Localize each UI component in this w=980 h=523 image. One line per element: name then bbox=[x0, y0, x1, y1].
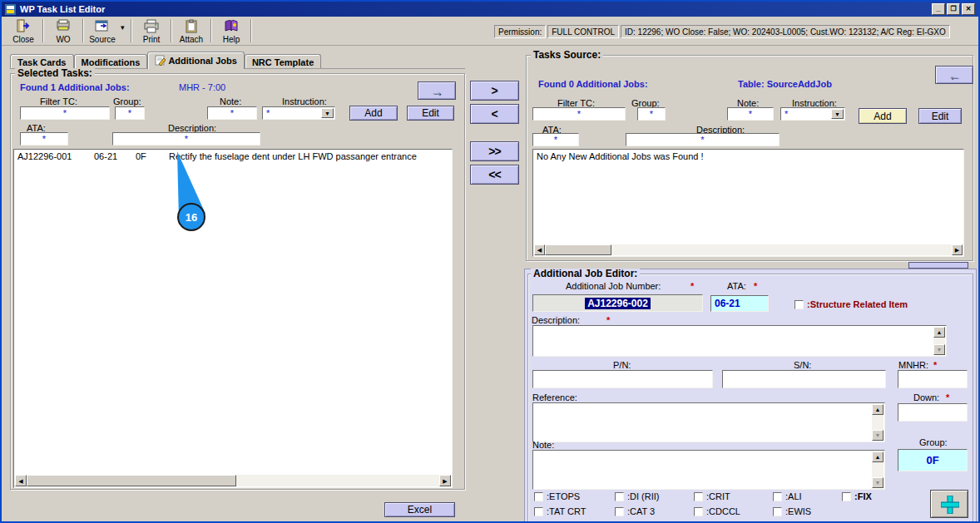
instruction-select[interactable]: * ▼ bbox=[262, 106, 335, 120]
editor-description-textarea[interactable]: ▲ ▼ bbox=[532, 325, 947, 357]
mnhr-input[interactable] bbox=[898, 370, 968, 388]
checkbox-icon[interactable] bbox=[842, 492, 851, 501]
checkbox-icon[interactable] bbox=[534, 492, 543, 501]
scroll-down-icon[interactable]: ▼ bbox=[872, 477, 883, 488]
scrollbar-track[interactable] bbox=[611, 244, 952, 255]
checkbox-icon[interactable] bbox=[615, 507, 624, 516]
tab-nrc-template[interactable]: NRC Template bbox=[245, 54, 321, 69]
structure-related-label: :Structure Related Item bbox=[807, 299, 908, 309]
scroll-right-icon[interactable]: ▶ bbox=[439, 475, 451, 486]
pn-input[interactable] bbox=[532, 370, 713, 388]
ewis-checkbox[interactable]: :EWIS bbox=[773, 506, 811, 516]
scrollbar-thumb[interactable] bbox=[27, 475, 236, 486]
editor-group-value[interactable]: 0F bbox=[898, 449, 968, 471]
collapse-left-button[interactable]: ← bbox=[935, 66, 973, 84]
checkbox-icon[interactable] bbox=[694, 492, 703, 501]
close-button[interactable]: Close bbox=[4, 18, 42, 44]
mhr-label: MHR - 7:00 bbox=[179, 82, 225, 92]
move-all-right-button[interactable]: >> bbox=[470, 141, 519, 161]
required-marker: * bbox=[933, 360, 937, 370]
attach-button[interactable]: Attach bbox=[172, 18, 210, 44]
print-button[interactable]: Print bbox=[132, 18, 171, 44]
vertical-scrollbar[interactable]: ▲ ▼ bbox=[872, 451, 883, 488]
move-left-button[interactable]: < bbox=[470, 104, 519, 124]
horizontal-scrollbar[interactable]: ◀ ▶ bbox=[534, 244, 963, 255]
add-task-button[interactable]: Add bbox=[349, 106, 398, 121]
checkbox-icon[interactable] bbox=[534, 507, 543, 516]
chevron-down-icon[interactable]: ▼ bbox=[831, 109, 844, 119]
excel-button[interactable]: Excel bbox=[384, 502, 455, 517]
vertical-scrollbar[interactable]: ▲ ▼ bbox=[872, 404, 883, 441]
ali-label: :ALI bbox=[785, 491, 802, 501]
down-input[interactable] bbox=[898, 403, 968, 422]
group-input[interactable]: * bbox=[115, 106, 145, 120]
editor-note-textarea[interactable]: ▲ ▼ bbox=[532, 450, 885, 490]
checkbox-icon[interactable] bbox=[773, 507, 782, 516]
horizontal-scrollbar[interactable]: ◀ ▶ bbox=[15, 475, 451, 486]
source-group-input[interactable]: * bbox=[637, 107, 666, 121]
job-number-input[interactable]: AJ12296-002 bbox=[532, 294, 703, 312]
source-description-input[interactable]: * bbox=[626, 133, 780, 146]
wo-button[interactable]: WO bbox=[44, 18, 82, 44]
cdccl-checkbox[interactable]: :CDCCL bbox=[694, 506, 740, 516]
task-row[interactable]: AJ12296-001 06-21 0F Rectify the fuselag… bbox=[14, 150, 452, 161]
crit-checkbox[interactable]: :CRIT bbox=[694, 491, 730, 501]
move-all-left-button[interactable]: << bbox=[470, 165, 519, 185]
source-button[interactable]: Source bbox=[84, 18, 121, 44]
tab-additional-jobs[interactable]: Additional Jobs bbox=[147, 52, 245, 69]
di-rii-checkbox[interactable]: :DI (RII) bbox=[615, 491, 660, 501]
source-filter-tc-input[interactable]: * bbox=[532, 107, 626, 121]
ali-checkbox[interactable]: :ALI bbox=[773, 491, 802, 501]
chevron-down-icon[interactable]: ▼ bbox=[321, 108, 334, 118]
filter-tc-input[interactable]: * bbox=[20, 106, 110, 120]
scroll-left-icon[interactable]: ◀ bbox=[534, 244, 545, 255]
tasks-source-list[interactable]: No Any New Additional Jobs was Found ! ◀… bbox=[532, 149, 964, 257]
editor-ata-input[interactable]: 06-21 bbox=[710, 295, 769, 312]
scroll-right-icon[interactable]: ▶ bbox=[952, 244, 963, 255]
scrollbar-thumb[interactable] bbox=[545, 244, 611, 255]
scroll-down-icon[interactable]: ▼ bbox=[933, 344, 945, 355]
etops-checkbox[interactable]: :ETOPS bbox=[534, 491, 580, 501]
source-note-input[interactable]: * bbox=[727, 107, 774, 121]
checkbox-icon[interactable] bbox=[794, 300, 804, 309]
fix-checkbox[interactable]: :FIX bbox=[842, 491, 872, 501]
job-number-label: Additional Job Number: bbox=[566, 281, 661, 291]
help-button[interactable]: Help bbox=[212, 18, 250, 44]
restore-icon[interactable]: ❐ bbox=[947, 3, 960, 15]
printer-icon bbox=[143, 19, 160, 35]
tat-crt-checkbox[interactable]: :TAT CRT bbox=[534, 506, 586, 516]
cat3-checkbox[interactable]: :CAT 3 bbox=[615, 506, 655, 516]
task-ata: 06-21 bbox=[94, 151, 136, 161]
source-add-button[interactable]: Add bbox=[859, 108, 907, 124]
ata-input[interactable]: * bbox=[20, 132, 68, 146]
structure-related-checkbox[interactable]: :Structure Related Item bbox=[794, 299, 908, 309]
source-edit-button[interactable]: Edit bbox=[918, 108, 962, 124]
minimize-icon[interactable]: _ bbox=[932, 3, 945, 15]
app-icon bbox=[5, 3, 16, 14]
collapse-right-button[interactable]: → bbox=[418, 81, 456, 100]
reference-textarea[interactable]: ▲ ▼ bbox=[532, 402, 885, 442]
required-marker: * bbox=[946, 392, 949, 402]
sn-input[interactable] bbox=[722, 370, 886, 388]
toolbar-button-label: Close bbox=[12, 35, 34, 44]
scroll-up-icon[interactable]: ▲ bbox=[872, 451, 883, 462]
scrollbar-track[interactable] bbox=[236, 475, 439, 486]
add-new-job-button[interactable] bbox=[930, 490, 968, 518]
source-dropdown-icon[interactable]: ▾ bbox=[121, 23, 131, 32]
checkbox-icon[interactable] bbox=[615, 492, 624, 501]
checkbox-icon[interactable] bbox=[773, 492, 782, 501]
source-instruction-select[interactable]: * ▼ bbox=[780, 107, 845, 121]
close-window-icon[interactable]: ✕ bbox=[962, 3, 975, 15]
move-right-button[interactable]: > bbox=[470, 81, 519, 101]
description-input[interactable]: * bbox=[112, 132, 260, 146]
scroll-down-icon[interactable]: ▼ bbox=[872, 430, 883, 441]
edit-task-button[interactable]: Edit bbox=[407, 106, 454, 121]
vertical-scrollbar[interactable]: ▲ ▼ bbox=[933, 327, 945, 355]
selected-tasks-list[interactable]: AJ12296-001 06-21 0F Rectify the fuselag… bbox=[13, 149, 453, 488]
source-ata-input[interactable]: * bbox=[532, 133, 579, 146]
scroll-left-icon[interactable]: ◀ bbox=[15, 475, 27, 486]
checkbox-icon[interactable] bbox=[694, 507, 703, 516]
scroll-up-icon[interactable]: ▲ bbox=[933, 327, 945, 338]
scroll-up-icon[interactable]: ▲ bbox=[872, 404, 883, 415]
note-input[interactable]: * bbox=[207, 106, 257, 120]
